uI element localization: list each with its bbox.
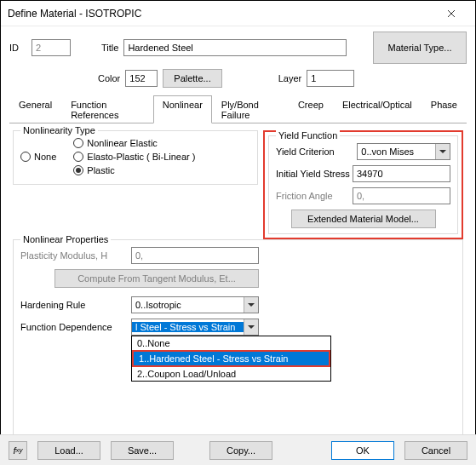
option-none[interactable]: 0..None: [132, 336, 330, 350]
radio-plastic[interactable]: Plastic: [73, 165, 195, 175]
initial-yield-stress-label: Initial Yield Stress: [276, 169, 353, 179]
ok-button[interactable]: OK: [331, 441, 394, 460]
fxy-button[interactable]: fxy: [9, 441, 27, 460]
load-button[interactable]: Load...: [37, 441, 100, 460]
friction-angle-field: [353, 187, 450, 204]
option-coupon[interactable]: 2..Coupon Load/Unload: [132, 367, 330, 381]
compute-from-tangent-button: Compute From Tangent Modulus, Et...: [54, 269, 259, 288]
footer: fxy Load... Save... Copy... OK Cancel: [0, 434, 476, 465]
yield-function-legend: Yield Function: [276, 130, 340, 141]
chevron-down-icon: [244, 297, 258, 313]
nonlinear-properties-group: Nonlinear Properties Plasticity Modulus,…: [13, 239, 463, 440]
layer-label: Layer: [278, 73, 302, 83]
color-field[interactable]: [125, 70, 158, 87]
radio-elasto-plastic[interactable]: Elasto-Plastic ( Bi-Linear ): [73, 152, 195, 162]
id-label: ID: [9, 43, 26, 53]
initial-yield-stress-field[interactable]: [353, 165, 450, 182]
hardening-rule-label: Hardening Rule: [20, 300, 131, 310]
radio-nonlinear-elastic[interactable]: Nonlinear Elastic: [73, 138, 195, 148]
function-dependence-combo[interactable]: l Steel - Stress vs Strain: [131, 319, 259, 336]
title-field[interactable]: [123, 39, 347, 56]
material-type-button[interactable]: Material Type...: [373, 32, 467, 64]
window-title: Define Material - ISOTROPIC: [8, 8, 434, 20]
function-dependence-label: Function Dependence: [20, 322, 131, 332]
cancel-button[interactable]: Cancel: [404, 441, 467, 460]
yield-criterion-combo[interactable]: 0..von Mises: [357, 143, 450, 160]
chevron-down-icon: [435, 144, 450, 159]
tab-ply-bond-failure[interactable]: Ply/Bond Failure: [212, 95, 289, 123]
id-field: [32, 39, 71, 56]
plasticity-modulus-label: Plasticity Modulus, H: [20, 250, 131, 261]
title-label: Title: [101, 43, 118, 53]
yield-criterion-label: Yield Criterion: [276, 146, 357, 157]
yield-function-highlight: Yield Function Yield Criterion 0..von Mi…: [263, 130, 463, 239]
tab-strip: General Function References Nonlinear Pl…: [9, 95, 467, 123]
nonlinearity-type-group: Nonlinearity Type None Nonlinear Elastic…: [13, 130, 258, 185]
tab-nonlinear[interactable]: Nonlinear: [153, 95, 212, 123]
color-label: Color: [98, 73, 120, 83]
save-button[interactable]: Save...: [111, 441, 174, 460]
chevron-down-icon: [244, 319, 258, 335]
function-dependence-dropdown: 0..None 1..Hardened Steel - Stress vs St…: [131, 336, 331, 382]
nonlinearity-legend: Nonlinearity Type: [20, 125, 98, 135]
copy-button[interactable]: Copy...: [209, 441, 272, 460]
option-hardened-steel[interactable]: 1..Hardened Steel - Stress vs Strain: [132, 350, 330, 367]
plasticity-modulus-field: [131, 247, 259, 264]
tab-function-references[interactable]: Function References: [61, 95, 153, 123]
friction-angle-label: Friction Angle: [276, 191, 353, 201]
tab-phase[interactable]: Phase: [422, 95, 467, 123]
tab-general[interactable]: General: [9, 95, 61, 123]
nonlinear-properties-legend: Nonlinear Properties: [20, 234, 111, 244]
close-button[interactable]: [434, 2, 468, 26]
palette-button[interactable]: Palette...: [163, 69, 221, 88]
hardening-rule-combo[interactable]: 0..Isotropic: [131, 296, 259, 313]
tab-creep[interactable]: Creep: [289, 95, 333, 123]
extended-material-model-button[interactable]: Extended Material Model...: [291, 210, 436, 228]
layer-field[interactable]: [307, 70, 354, 87]
tab-electrical-optical[interactable]: Electrical/Optical: [333, 95, 422, 123]
radio-none[interactable]: None: [20, 152, 56, 162]
